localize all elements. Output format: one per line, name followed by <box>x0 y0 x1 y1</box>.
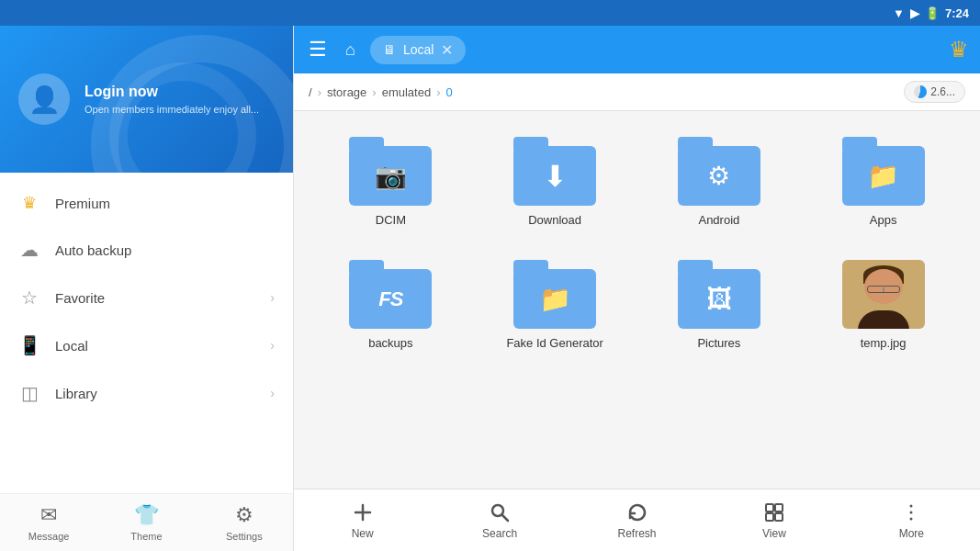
refresh-icon <box>626 501 648 523</box>
more-icon <box>900 501 922 523</box>
menu-button[interactable]: ☰ <box>305 34 331 65</box>
chevron-down-icon: › <box>270 338 275 353</box>
folder-pictures-icon: 🖼 <box>678 260 760 329</box>
login-info: Login now Open members immediately enjoy… <box>84 84 259 115</box>
star-icon: ☆ <box>18 287 40 309</box>
sidebar-item-autobackup[interactable]: ☁ Auto backup <box>0 226 293 274</box>
chevron-down-icon: › <box>270 290 275 305</box>
top-bar: ☰ ⌂ 🖥 Local ✕ ♛ <box>294 26 980 73</box>
storage-label: 2.6... <box>930 85 955 98</box>
svg-rect-5 <box>775 504 783 512</box>
settings-label: Settings <box>226 531 263 542</box>
file-name-pictures: Pictures <box>697 336 740 350</box>
more-label: More <box>899 527 924 540</box>
file-name-android: Android <box>698 213 739 227</box>
image-thumbnail-tempjpg <box>842 260 925 329</box>
main-content: ☰ ⌂ 🖥 Local ✕ ♛ / › storage › emulated ›… <box>294 26 980 551</box>
separator: › <box>436 85 440 99</box>
sidebar-nav: ♛ Premium ☁ Auto backup ☆ Favorite › 📱 L… <box>0 173 293 493</box>
login-title: Login now <box>84 84 259 100</box>
storage-chart <box>914 85 927 98</box>
theme-label: Theme <box>130 531 162 542</box>
grid-icon <box>763 501 785 523</box>
folder-android-icon: ⚙ <box>678 137 760 206</box>
file-item-backups[interactable]: FS backups <box>316 253 466 357</box>
file-item-download[interactable]: ⬇ Download <box>480 129 630 234</box>
status-icons: ▼ ▶ 🔋 7:24 <box>893 6 969 20</box>
sidebar-item-label: Library <box>55 386 255 401</box>
signal-icon: ▶ <box>910 6 919 20</box>
search-icon <box>489 501 511 523</box>
bottom-toolbar: New Search Refresh <box>294 489 980 551</box>
folder-download-icon: ⬇ <box>513 137 596 206</box>
layers-icon: ◫ <box>18 382 40 404</box>
breadcrumb: / › storage › emulated › 0 2.6... <box>294 73 980 111</box>
crown-icon: ♛ <box>18 193 40 213</box>
folder-apps-icon: 📁 <box>842 137 925 206</box>
message-icon: ✉ <box>40 503 57 527</box>
sidebar-item-library[interactable]: ◫ Library › <box>0 369 293 417</box>
sidebar: 👤 Login now Open members immediately enj… <box>0 26 294 551</box>
file-item-apps[interactable]: 📁 Apps <box>808 129 958 234</box>
battery-icon: 🔋 <box>925 6 940 20</box>
sidebar-item-premium[interactable]: ♛ Premium <box>0 180 293 226</box>
svg-rect-7 <box>775 513 783 521</box>
sidebar-item-label: Local <box>55 338 255 354</box>
message-label: Message <box>28 531 70 542</box>
new-button[interactable]: New <box>294 489 431 551</box>
sidebar-item-favorite[interactable]: ☆ Favorite › <box>0 274 293 321</box>
close-tab-button[interactable]: ✕ <box>441 41 453 59</box>
breadcrumb-root[interactable]: / <box>309 85 312 99</box>
breadcrumb-current[interactable]: 0 <box>446 85 453 99</box>
svg-rect-4 <box>766 504 773 512</box>
file-grid: 📷 DCIM ⬇ Download ⚙ An <box>294 111 980 489</box>
svg-point-8 <box>910 504 913 507</box>
cloud-icon: ☁ <box>18 239 40 261</box>
search-button[interactable]: Search <box>431 489 568 551</box>
sidebar-item-label: Premium <box>55 196 275 211</box>
time-display: 7:24 <box>945 6 969 20</box>
file-name-backups: backups <box>368 336 412 350</box>
chevron-down-icon: › <box>270 386 275 400</box>
premium-icon[interactable]: ♛ <box>949 37 969 62</box>
sidebar-item-local[interactable]: 📱 Local › <box>0 321 293 369</box>
breadcrumb-path: / › storage › emulated › 0 <box>309 85 453 99</box>
wifi-icon: ▼ <box>893 6 905 20</box>
home-button[interactable]: ⌂ <box>342 37 359 63</box>
app-body: 👤 Login now Open members immediately enj… <box>0 26 980 551</box>
svg-rect-6 <box>766 513 773 521</box>
file-item-tempjpg[interactable]: temp.jpg <box>808 253 958 357</box>
login-subtitle: Open members immediately enjoy all... <box>84 104 259 115</box>
svg-point-10 <box>910 517 913 520</box>
separator: › <box>318 85 321 99</box>
monitor-icon: 🖥 <box>383 42 396 57</box>
search-label: Search <box>482 527 517 540</box>
file-name-dcim: DCIM <box>376 213 406 227</box>
message-button[interactable]: ✉ Message <box>0 494 97 551</box>
breadcrumb-storage[interactable]: storage <box>327 85 366 99</box>
breadcrumb-emulated[interactable]: emulated <box>382 85 431 99</box>
view-label: View <box>762 527 786 540</box>
local-tab[interactable]: 🖥 Local ✕ <box>370 36 466 64</box>
refresh-button[interactable]: Refresh <box>569 489 705 551</box>
file-item-fakeid[interactable]: 📁 Fake Id Generator <box>480 253 630 357</box>
settings-button[interactable]: ⚙ Settings <box>196 494 293 551</box>
file-name-apps: Apps <box>870 213 897 227</box>
more-button[interactable]: More <box>843 489 980 551</box>
view-button[interactable]: View <box>705 489 842 551</box>
new-label: New <box>352 527 374 540</box>
phone-icon: 📱 <box>18 334 40 356</box>
file-item-dcim[interactable]: 📷 DCIM <box>316 129 466 234</box>
theme-button[interactable]: 👕 Theme <box>97 494 195 551</box>
separator: › <box>372 85 376 99</box>
avatar-icon: 👤 <box>28 84 61 115</box>
file-item-pictures[interactable]: 🖼 Pictures <box>645 253 794 357</box>
file-name-tempjpg: temp.jpg <box>861 336 907 350</box>
sidebar-item-label: Auto backup <box>55 242 275 258</box>
avatar[interactable]: 👤 <box>18 73 70 125</box>
sidebar-header[interactable]: 👤 Login now Open members immediately enj… <box>0 26 293 173</box>
svg-line-3 <box>502 515 508 521</box>
tab-label: Local <box>403 42 434 57</box>
file-item-android[interactable]: ⚙ Android <box>645 129 794 234</box>
sidebar-item-label: Favorite <box>55 290 255 306</box>
